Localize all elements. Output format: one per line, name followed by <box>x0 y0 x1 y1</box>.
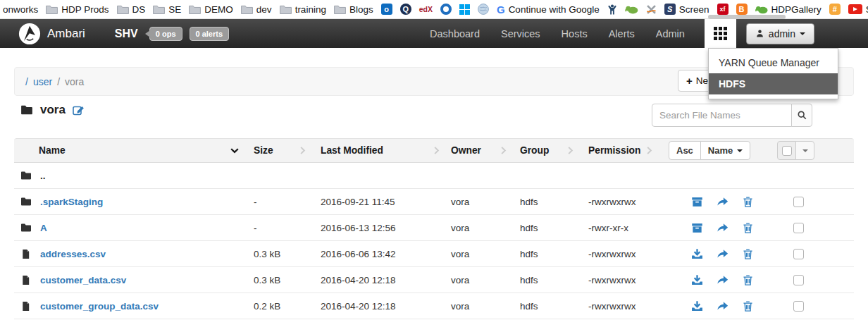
ops-badge[interactable]: 0 ops <box>149 27 182 41</box>
nav-item-alerts[interactable]: Alerts <box>598 28 645 39</box>
views-dropdown-item-hdfs[interactable]: HDFS <box>709 73 838 94</box>
modified-cell: 2016-09-21 11:45 <box>310 189 444 214</box>
move-button[interactable] <box>717 248 728 260</box>
file-name-link[interactable]: .sparkStaging <box>40 197 103 207</box>
move-button[interactable] <box>717 222 728 234</box>
bookmark-figure[interactable] <box>607 4 617 15</box>
bookmark-ds[interactable]: DS <box>117 4 146 15</box>
row-checkbox[interactable] <box>793 249 804 259</box>
bookmark-journal[interactable]: # <box>829 4 841 15</box>
bookmark-screen[interactable]: SScreen <box>664 4 709 15</box>
windows-icon <box>459 4 470 15</box>
bookmark-edx[interactable]: edX <box>419 5 433 13</box>
bookmark-se[interactable]: SE <box>153 4 181 15</box>
topnav-menu: Dashboard Services Hosts Alerts Admin ad… <box>419 19 868 48</box>
chevron-right-icon <box>432 146 441 155</box>
table-row[interactable]: A-2016-06-13 12:56vorahdfs-rwxr-xr-x <box>14 215 854 241</box>
bookmark-x-tool[interactable] <box>646 4 657 15</box>
row-checkbox[interactable] <box>793 301 804 312</box>
bookmark-summit2015[interactable]: Summit2015 <box>848 4 868 15</box>
folder-icon <box>280 5 292 14</box>
bookmark-xfinity[interactable]: xf <box>717 4 728 15</box>
move-button[interactable] <box>717 196 728 208</box>
bookmark-globe[interactable] <box>478 4 489 15</box>
views-menu-button[interactable] <box>705 19 736 48</box>
bookmark-target-circle[interactable] <box>440 4 452 15</box>
header-group[interactable]: Group <box>511 139 578 162</box>
permission-cell: -rwxr-xr-x <box>578 215 657 240</box>
header-last-modified[interactable]: Last Modified <box>310 139 444 162</box>
bookmark-dev[interactable]: dev <box>241 4 272 15</box>
breadcrumb-root[interactable]: / <box>25 76 28 87</box>
table-row[interactable]: addresses.csv0.3 kB2016-06-06 13:42vorah… <box>14 241 854 267</box>
table-row[interactable]: .sparkStaging-2016-09-21 11:45vorahdfs-r… <box>14 189 854 215</box>
nav-item-admin[interactable]: Admin <box>645 28 695 39</box>
bookmark-demo[interactable]: DEMO <box>189 4 233 15</box>
move-button[interactable] <box>717 300 728 312</box>
user-menu-button[interactable]: admin <box>746 23 814 44</box>
views-dropdown-item-yarn-queue-manager[interactable]: YARN Queue Manager <box>709 52 838 73</box>
user-menu-label: admin <box>769 28 795 39</box>
table-row[interactable]: customer_data.csv0.3 kB2016-04-20 12:18v… <box>14 267 854 293</box>
delete-button[interactable] <box>742 222 754 234</box>
bookmark-training[interactable]: training <box>280 4 326 15</box>
file-name-link[interactable]: customer_group_data.csv <box>40 301 159 312</box>
bookmark-quora[interactable]: Q <box>400 4 411 15</box>
nav-item-services[interactable]: Services <box>490 28 551 39</box>
table-row[interactable]: .. <box>14 163 854 189</box>
folder-icon <box>20 222 32 233</box>
alerts-badge[interactable]: 0 alerts <box>190 27 230 41</box>
brand-title: Ambari <box>47 27 85 41</box>
file-name-link[interactable]: customer_data.csv <box>40 275 126 285</box>
file-name-link[interactable]: .. <box>40 171 46 181</box>
row-checkbox[interactable] <box>793 223 804 233</box>
modified-cell <box>310 163 444 188</box>
header-owner[interactable]: Owner <box>444 139 511 162</box>
bookmark-hdpgallery[interactable]: HDPGallery <box>755 4 822 15</box>
screenhero-icon: S <box>664 4 676 15</box>
delete-button[interactable] <box>742 300 754 312</box>
selection-dropdown-button[interactable] <box>795 141 814 160</box>
permission-cell <box>578 163 657 188</box>
bookmark-blogs[interactable]: Blogs <box>334 4 373 15</box>
file-name-link[interactable]: addresses.csv <box>40 249 106 259</box>
row-checkbox[interactable] <box>793 197 804 207</box>
bookmark-onworks[interactable]: onworks <box>3 4 38 15</box>
header-size[interactable]: Size <box>247 139 310 162</box>
search-input[interactable] <box>652 104 792 127</box>
bookmark-label: HDPGallery <box>771 4 822 15</box>
breadcrumb-parent[interactable]: user <box>33 76 52 87</box>
folder-icon <box>117 5 129 14</box>
bookmark-windows[interactable] <box>459 4 470 15</box>
nav-item-dashboard[interactable]: Dashboard <box>419 28 490 39</box>
delete-button[interactable] <box>742 248 754 260</box>
header-permission[interactable]: Permission <box>578 139 657 162</box>
header-name[interactable]: Name <box>14 139 247 162</box>
download-button[interactable] <box>691 300 703 312</box>
grid-icon <box>714 27 727 40</box>
move-button[interactable] <box>717 274 728 286</box>
page: onworksHDP ProdsDSSEDEMOdevtrainingBlogs… <box>0 0 868 320</box>
bookmark-hdp-prods[interactable]: HDP Prods <box>46 4 108 15</box>
rename-icon[interactable] <box>72 104 85 116</box>
download-button[interactable] <box>691 248 703 260</box>
archive-button[interactable] <box>691 196 703 208</box>
bookmark-blogger[interactable]: B <box>736 4 748 15</box>
download-button[interactable] <box>691 274 703 286</box>
sort-order-button[interactable]: Asc <box>669 141 701 160</box>
table-row[interactable]: customer_group_data.csv0.2 kB2016-04-20 … <box>14 293 854 319</box>
bookmark-label: dev <box>256 4 272 15</box>
archive-button[interactable] <box>691 222 703 234</box>
search-button[interactable] <box>791 104 812 127</box>
bookmark-hadoop-elephant[interactable] <box>625 5 638 14</box>
nav-item-hosts[interactable]: Hosts <box>551 28 598 39</box>
delete-button[interactable] <box>742 196 754 208</box>
folder-icon <box>46 5 58 14</box>
bookmark-outlook[interactable]: o <box>381 4 392 15</box>
row-checkbox[interactable] <box>793 275 804 285</box>
select-all-checkbox[interactable] <box>777 141 796 160</box>
delete-button[interactable] <box>742 274 754 286</box>
sort-field-button[interactable]: Name <box>700 141 750 160</box>
bookmark-continue-with-google[interactable]: GContinue with Google <box>497 4 600 16</box>
file-name-link[interactable]: A <box>40 223 47 233</box>
